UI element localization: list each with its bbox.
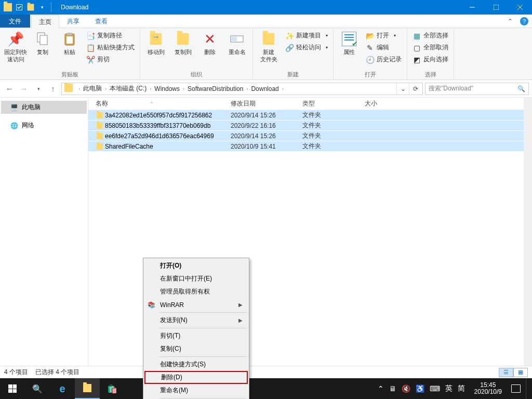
tray-ime-lang[interactable]: 英 xyxy=(445,384,453,393)
rename-button[interactable]: 重命名 xyxy=(224,30,249,57)
taskbar-search[interactable]: 🔍 xyxy=(25,378,50,399)
svg-rect-12 xyxy=(232,37,237,41)
context-menu: 打开(O) 在新窗口中打开(E) 管理员取得所有权 📚WinRAR▶ 发送到(N… xyxy=(143,258,249,399)
group-clipboard-label: 剪贴板 xyxy=(3,70,137,78)
tray-chevron-up-icon[interactable]: ⌃ xyxy=(378,384,384,393)
minimize-button[interactable] xyxy=(460,0,484,15)
svg-rect-3 xyxy=(494,5,499,10)
folder-icon xyxy=(2,2,14,13)
navigation-pane: 🖥️此电脑 🌐网络 xyxy=(0,98,88,366)
navitem-network[interactable]: 🌐网络 xyxy=(1,119,87,132)
vertical-scrollbar[interactable] xyxy=(524,98,532,366)
forward-button[interactable]: → xyxy=(18,83,30,95)
view-details-button[interactable]: ☰ xyxy=(499,368,513,377)
ctx-admin-ownership[interactable]: 管理员取得所有权 xyxy=(144,285,248,298)
tab-file[interactable]: 文件 xyxy=(0,15,30,28)
ctx-copy[interactable]: 复制(C) xyxy=(144,342,248,355)
copy-button[interactable]: 复制 xyxy=(30,30,55,57)
ctx-open-new-window[interactable]: 在新窗口中打开(E) xyxy=(144,272,248,285)
tray-notifications-icon[interactable] xyxy=(511,384,521,393)
group-organize-label: 组织 xyxy=(143,70,249,78)
svg-rect-7 xyxy=(40,35,47,45)
table-row[interactable]: SharedFileCache2020/10/9 15:41文件夹 xyxy=(88,141,532,152)
ctx-rename[interactable]: 重命名(M) xyxy=(144,384,248,397)
tab-share[interactable]: 共享 xyxy=(59,15,87,28)
winrar-icon: 📚 xyxy=(147,300,156,310)
properties-button[interactable]: ✔属性 xyxy=(337,30,362,57)
ribbon-tabs: 文件 主页 共享 查看 ⌃ ? xyxy=(0,15,532,28)
title-bar: ▾ Download xyxy=(0,0,532,15)
tray-clock[interactable]: 15:45 2020/10/9 xyxy=(470,382,506,395)
start-button[interactable] xyxy=(0,378,25,399)
qat-properties-icon[interactable] xyxy=(14,2,25,13)
taskbar-store[interactable]: 🛍️ xyxy=(100,378,125,399)
address-dropdown-icon[interactable]: ⌄ xyxy=(396,83,409,95)
ctx-winrar[interactable]: 📚WinRAR▶ xyxy=(144,298,248,311)
recent-dropdown[interactable]: ▾ xyxy=(32,83,45,95)
table-row[interactable]: ee6fde27a52d946d1d636576eac649692020/9/1… xyxy=(88,131,532,141)
edit-button[interactable]: ✎编辑 xyxy=(364,43,404,52)
search-input[interactable]: 搜索"Download" 🔍 xyxy=(425,83,529,95)
pin-button[interactable]: 📌固定到快 速访问 xyxy=(3,30,28,64)
ctx-open[interactable]: 打开(O) xyxy=(144,259,248,272)
tray-ease-icon[interactable]: ♿ xyxy=(416,384,424,393)
help-button[interactable]: ? xyxy=(516,15,532,28)
show-desktop-button[interactable] xyxy=(526,378,529,399)
column-headers[interactable]: 名称⌃ 修改日期 类型 大小 xyxy=(88,98,532,110)
select-all-button[interactable]: ▦全部选择 xyxy=(410,31,450,41)
qat-dropdown-icon[interactable]: ▾ xyxy=(36,2,48,13)
refresh-icon[interactable]: ⟳ xyxy=(409,83,421,95)
tab-view[interactable]: 查看 xyxy=(87,15,115,28)
new-folder-button[interactable]: 新建 文件夹 xyxy=(256,30,281,64)
delete-button[interactable]: ✕删除 xyxy=(197,30,222,57)
qat-newfolder-icon[interactable] xyxy=(25,2,36,13)
moveto-button[interactable]: →移动到 xyxy=(143,30,168,57)
invert-selection-button[interactable]: ◩反向选择 xyxy=(410,55,450,64)
copyto-button[interactable]: 复制到 xyxy=(170,30,195,57)
navitem-this-pc[interactable]: 🖥️此电脑 xyxy=(1,101,87,114)
status-selected-count: 已选择 4 个项目 xyxy=(35,368,79,377)
window-title: Download xyxy=(55,4,88,11)
status-bar: 4 个项目 已选择 4 个项目 ☰ ▦ xyxy=(0,366,532,378)
address-bar: ← → ▾ ↑ › 此电脑› 本地磁盘 (C:)› Windows› Softw… xyxy=(0,80,532,98)
ctx-create-shortcut[interactable]: 创建快捷方式(S) xyxy=(144,358,248,371)
paste-button[interactable]: 粘贴 xyxy=(57,30,82,57)
easy-access-button[interactable]: 🔗轻松访问▾ xyxy=(283,43,330,52)
chevron-right-icon: ▶ xyxy=(238,302,243,308)
copy-path-button[interactable]: 📑复制路径 xyxy=(84,31,137,41)
tab-home[interactable]: 主页 xyxy=(31,15,59,28)
tray-network-icon[interactable]: 🖥 xyxy=(389,384,396,393)
new-item-button[interactable]: ✨新建项目▾ xyxy=(283,31,330,41)
up-button[interactable]: ↑ xyxy=(47,83,59,95)
group-open-label: 打开 xyxy=(337,70,404,78)
chevron-right-icon: ▶ xyxy=(238,317,243,323)
table-row[interactable]: 858050183b53339ffbf313770eb069db2020/9/2… xyxy=(88,121,532,131)
open-button[interactable]: 📂打开▾ xyxy=(364,31,404,41)
search-icon: 🔍 xyxy=(517,85,525,92)
tray-ime-mode[interactable]: 简 xyxy=(458,384,465,393)
taskbar-edge[interactable]: e xyxy=(50,378,75,399)
tray-volume-icon[interactable]: 🔇 xyxy=(402,384,410,393)
maximize-button[interactable] xyxy=(484,0,508,15)
back-button[interactable]: ← xyxy=(3,83,16,95)
svg-rect-9 xyxy=(67,33,72,35)
status-item-count: 4 个项目 xyxy=(4,368,28,377)
select-none-button[interactable]: ▢全部取消 xyxy=(410,43,450,52)
tray-keyboard-icon[interactable]: ⌨ xyxy=(430,384,440,393)
paste-shortcut-button[interactable]: 📋粘贴快捷方式 xyxy=(84,43,137,52)
taskbar: 🔍 e 🛍️ ⌃ 🖥 🔇 ♿ ⌨ 英 简 15:45 2020/10/9 xyxy=(0,378,532,399)
ctx-delete[interactable]: 删除(D) xyxy=(144,371,248,384)
ribbon: 📌固定到快 速访问 复制 粘贴 📑复制路径 📋粘贴快捷方式 ✂️剪切 剪贴板 →… xyxy=(0,28,532,80)
table-row[interactable]: 3a422082ed1e550f957dc5f9172568622020/9/1… xyxy=(88,110,532,121)
ctx-send-to[interactable]: 发送到(N)▶ xyxy=(144,314,248,327)
ribbon-collapse-icon[interactable]: ⌃ xyxy=(504,15,516,28)
view-icons-button[interactable]: ▦ xyxy=(513,368,528,377)
cut-button[interactable]: ✂️剪切 xyxy=(84,55,137,64)
taskbar-explorer[interactable] xyxy=(75,378,100,399)
group-new-label: 新建 xyxy=(256,70,330,78)
history-button[interactable]: 🕘历史记录 xyxy=(364,55,404,64)
ctx-cut[interactable]: 剪切(T) xyxy=(144,329,248,342)
breadcrumb[interactable]: › 此电脑› 本地磁盘 (C:)› Windows› SoftwareDistr… xyxy=(61,83,423,95)
close-button[interactable] xyxy=(508,0,532,15)
group-select-label: 选择 xyxy=(410,70,450,78)
